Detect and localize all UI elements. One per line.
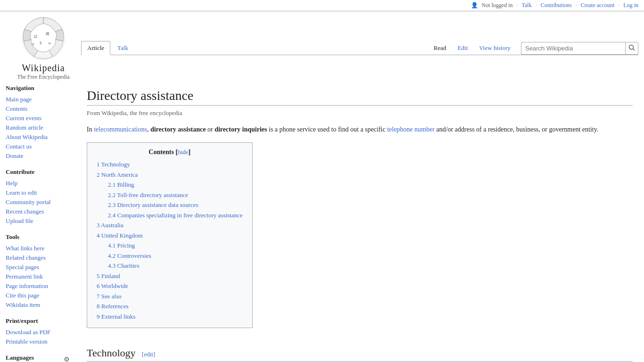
logo[interactable]: Ω 維 Б W ئ Wikipedia The Free Encyclopedi… bbox=[6, 15, 81, 81]
intro-paragraph: In telecommunications, directory assista… bbox=[87, 124, 633, 135]
nav-tabs: Article Talk Read Edit View history bbox=[81, 41, 638, 55]
contributions-link[interactable]: Contributions bbox=[541, 2, 572, 9]
sidebar-item-cite[interactable]: Cite this page bbox=[6, 291, 70, 300]
toc-item-9: 9 External links bbox=[97, 312, 243, 321]
phone-number-link[interactable]: telephone number bbox=[387, 126, 435, 133]
sidebar-item-what-links[interactable]: What links here bbox=[6, 244, 70, 253]
search-input[interactable] bbox=[521, 43, 625, 54]
languages-section: Languages ⚙ Deutsch bbox=[6, 354, 70, 362]
not-logged-in: Not logged in bbox=[482, 2, 513, 9]
search-button[interactable] bbox=[625, 42, 638, 54]
sidebar-item-learn[interactable]: Learn to edit bbox=[6, 188, 70, 197]
contribute-section: Contribute Help Learn to edit Community … bbox=[6, 168, 70, 226]
languages-heading: Languages bbox=[6, 354, 34, 362]
toc-item-2-3: 2.3 Directory assistance data sources bbox=[97, 200, 243, 210]
svg-line-7 bbox=[633, 49, 635, 50]
sidebar-item-upload[interactable]: Upload file bbox=[6, 216, 70, 226]
logo-subtitle: The Free Encyclopedia bbox=[17, 74, 69, 81]
talk-link[interactable]: Talk bbox=[522, 2, 532, 9]
toc-item-7: 7 See also bbox=[97, 292, 243, 301]
header: Ω 維 Б W ئ Wikipedia The Free Encyclopedi… bbox=[0, 11, 644, 81]
telecom-link[interactable]: telecommunications bbox=[94, 126, 147, 133]
sidebar-item-download-pdf[interactable]: Download as PDF bbox=[6, 328, 70, 337]
sidebar-item-current-events[interactable]: Current events bbox=[6, 114, 70, 123]
sidebar-item-help[interactable]: Help bbox=[6, 179, 70, 188]
edit-tab[interactable]: Edit bbox=[453, 41, 473, 55]
article-tabs: Article Talk bbox=[81, 41, 135, 55]
logo-title: Wikipedia bbox=[22, 62, 65, 74]
view-history-tab[interactable]: View history bbox=[474, 41, 515, 55]
content: Directory assistance From Wikipedia, the… bbox=[75, 81, 644, 362]
page-title: Directory assistance bbox=[87, 88, 633, 106]
navigation-section: Navigation Main page Contents Current ev… bbox=[6, 84, 70, 161]
technology-edit-link[interactable]: edit bbox=[144, 351, 153, 358]
toc-item-5: 5 Finland bbox=[97, 272, 243, 281]
sidebar-item-main-page[interactable]: Main page bbox=[6, 95, 70, 104]
sidebar-item-permanent[interactable]: Permanent link bbox=[6, 272, 70, 281]
toc-item-4-3: 4.3 Charities bbox=[97, 261, 243, 271]
toc-sublist-2: 2.1 Billing 2.2 Toll-free directory assi… bbox=[97, 180, 243, 220]
toc-item-8: 8 References bbox=[97, 302, 243, 311]
create-account-link[interactable]: Create account bbox=[581, 2, 615, 9]
navigation-heading: Navigation bbox=[6, 84, 70, 93]
log-in-link[interactable]: Log in bbox=[623, 2, 638, 9]
languages-settings-icon[interactable]: ⚙ bbox=[64, 355, 70, 362]
toc-item-2-4: 2.4 Companies specializing in free direc… bbox=[97, 211, 243, 220]
search-icon bbox=[628, 44, 635, 51]
search-form bbox=[521, 42, 638, 55]
sidebar-item-community[interactable]: Community portal bbox=[6, 197, 70, 207]
tools-heading: Tools bbox=[6, 233, 70, 242]
toc-item-2-1: 2.1 Billing bbox=[97, 180, 243, 189]
toc: Contents [hide] 1 Technology 2 North Ame… bbox=[87, 142, 253, 328]
print-heading: Print/export bbox=[6, 317, 70, 326]
sidebar-item-random[interactable]: Random article bbox=[6, 123, 70, 132]
toc-sublist-4: 4.1 Pricing 4.2 Controversies 4.3 Charit… bbox=[97, 241, 243, 271]
user-icon: 👤 bbox=[471, 2, 478, 9]
toc-item-4-1: 4.1 Pricing bbox=[97, 241, 243, 250]
svg-text:維: 維 bbox=[45, 32, 50, 36]
sidebar-item-recent[interactable]: Recent changes bbox=[6, 207, 70, 216]
svg-text:Б: Б bbox=[40, 41, 42, 45]
svg-text:W: W bbox=[48, 41, 51, 45]
sidebar-item-donate[interactable]: Donate bbox=[6, 151, 70, 161]
article-tab[interactable]: Article bbox=[81, 41, 110, 55]
toc-item-2-2: 2.2 Toll-free directory assistance bbox=[97, 190, 243, 200]
sidebar-item-about[interactable]: About Wikipedia bbox=[6, 132, 70, 142]
view-tabs: Read Edit View history bbox=[429, 41, 638, 55]
svg-point-6 bbox=[629, 45, 634, 49]
toc-item-4-2: 4.2 Controversies bbox=[97, 251, 243, 261]
toc-item-3: 3 Australia bbox=[97, 221, 243, 230]
sidebar-item-page-info[interactable]: Page information bbox=[6, 281, 70, 291]
from-wikipedia: From Wikipedia, the free encyclopedia bbox=[87, 109, 633, 117]
main: Navigation Main page Contents Current ev… bbox=[0, 81, 644, 362]
sidebar-item-contents[interactable]: Contents bbox=[6, 104, 70, 114]
talk-tab[interactable]: Talk bbox=[111, 41, 134, 55]
toc-title: Contents [hide] bbox=[97, 148, 243, 156]
tools-section: Tools What links here Related changes Sp… bbox=[6, 233, 70, 310]
svg-text:Ω: Ω bbox=[34, 34, 37, 39]
top-bar: 👤 Not logged in · Talk · Contributions ·… bbox=[0, 0, 644, 11]
sidebar-item-special[interactable]: Special pages bbox=[6, 263, 70, 272]
toc-item-2: 2 North America 2.1 Billing 2.2 Toll-fre… bbox=[97, 170, 243, 220]
toc-item-6: 6 Worldwide bbox=[97, 281, 243, 291]
wikipedia-logo: Ω 維 Б W ئ bbox=[20, 15, 67, 62]
contribute-heading: Contribute bbox=[6, 168, 70, 177]
sidebar-item-printable[interactable]: Printable version bbox=[6, 337, 70, 346]
top-bar-links: 👤 Not logged in · Talk · Contributions ·… bbox=[471, 2, 638, 9]
sidebar-item-related[interactable]: Related changes bbox=[6, 253, 70, 263]
read-tab[interactable]: Read bbox=[429, 41, 451, 55]
print-section: Print/export Download as PDF Printable v… bbox=[6, 317, 70, 346]
toc-hide-link[interactable]: hide bbox=[178, 148, 188, 156]
toc-item-1: 1 Technology bbox=[97, 160, 243, 169]
toc-item-4: 4 United Kingdom 4.1 Pricing 4.2 Controv… bbox=[97, 231, 243, 271]
technology-heading: Technology [edit] bbox=[87, 347, 633, 362]
sidebar-item-contact[interactable]: Contact us bbox=[6, 142, 70, 151]
sidebar: Navigation Main page Contents Current ev… bbox=[0, 81, 75, 362]
sidebar-item-wikidata[interactable]: Wikidata item bbox=[6, 300, 70, 310]
toc-list: 1 Technology 2 North America 2.1 Billing… bbox=[97, 160, 243, 321]
